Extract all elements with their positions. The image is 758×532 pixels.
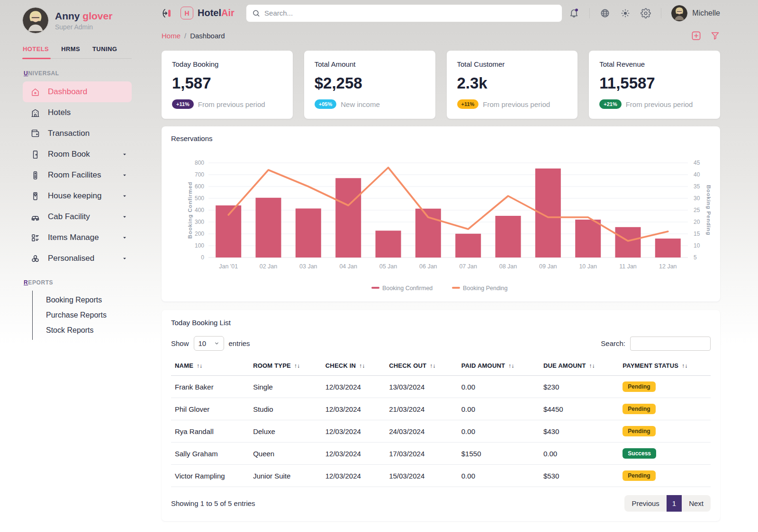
sort-icon: ↑↓ (508, 363, 514, 369)
table-row: Rya Randall Deluxe 12/03/2024 24/03/2024… (171, 420, 711, 443)
sidebar-item-personalised[interactable]: Personalised (23, 248, 132, 269)
column-header-check-in[interactable]: CHECK IN ↑↓ (322, 357, 385, 376)
topbar-icons: Michelle (568, 5, 720, 21)
avatar (23, 8, 48, 33)
profile[interactable]: Anny glover Super Admin (23, 8, 132, 33)
entries-summary: Showing 1 to 5 of 5 entries (171, 499, 255, 507)
search-icon (252, 9, 260, 18)
column-header-payment-status[interactable]: PAYMENT STATUS ↑↓ (619, 357, 711, 376)
svg-text:Booking Pending: Booking Pending (706, 185, 711, 236)
table-search-input[interactable] (630, 337, 711, 351)
previous-page-button[interactable]: Previous (624, 495, 666, 512)
door-tag-icon (30, 191, 40, 201)
stat-title: Total Revenue (599, 60, 710, 68)
table-title: Today Booking List (171, 319, 711, 327)
user-name: Michelle (692, 9, 720, 18)
page-1-button[interactable]: 1 (667, 495, 682, 512)
status-badge: Success (623, 448, 656, 459)
stat-title: Total Customer (457, 60, 568, 68)
sidebar-item-room-book[interactable]: Room Book (23, 144, 132, 165)
stat-value: $2,258 (315, 74, 425, 92)
stat-caption: From previous period (198, 100, 265, 108)
tab-hotels[interactable]: HOTELS (23, 45, 49, 58)
chevron-down-icon (122, 173, 127, 177)
svg-text:11 Jan: 11 Jan (619, 263, 637, 270)
chevron-down-icon (122, 152, 127, 157)
topbar: H HotelAir (162, 0, 720, 26)
sidebar-item-cab-facility[interactable]: Cab Facility (23, 206, 132, 227)
sidebar-item-booking-reports[interactable]: Booking Reports (33, 293, 132, 308)
entries-select[interactable]: 10 (194, 336, 224, 351)
stat-card-today-booking: Today Booking 1,587 +11% From previous p… (162, 51, 293, 119)
status-badge: Pending (623, 404, 655, 414)
svg-text:800: 800 (195, 160, 204, 166)
reports-list: Booking Reports Purchase Reports Stock R… (32, 291, 132, 340)
remote-icon (30, 170, 40, 180)
sidebar-item-transaction[interactable]: Transaction (23, 123, 132, 144)
svg-text:35: 35 (694, 183, 700, 190)
settings-gear-icon[interactable] (641, 8, 651, 18)
profile-role: Super Admin (55, 23, 112, 31)
filter-funnel-icon[interactable] (710, 31, 720, 41)
stat-badge: +11% (457, 99, 479, 109)
stat-value: 11,5587 (599, 74, 710, 92)
sort-icon: ↑↓ (197, 363, 202, 369)
reservations-chart-card: Reservations 010020030040050060070080051… (162, 126, 720, 301)
entries-label: entries (229, 339, 250, 347)
sidebar-item-stock-reports[interactable]: Stock Reports (33, 323, 132, 338)
svg-text:0: 0 (201, 254, 204, 261)
column-header-room-type[interactable]: ROOM TYPE ↑↓ (249, 357, 322, 376)
svg-text:600: 600 (195, 183, 204, 190)
language-globe-icon[interactable] (600, 8, 610, 18)
svg-text:5: 5 (694, 254, 697, 261)
stat-caption: From previous period (626, 100, 693, 108)
sidebar-item-dashboard[interactable]: Dashboard (23, 81, 132, 102)
sidebar-item-items-manage[interactable]: Items Manage (23, 227, 132, 248)
status-badge: Pending (623, 381, 655, 392)
svg-text:09 Jan: 09 Jan (539, 263, 557, 270)
divider (589, 8, 590, 18)
stat-card-total-revenue: Total Revenue 11,5587 +21% From previous… (589, 51, 720, 119)
global-search (246, 4, 562, 22)
chevron-down-icon (122, 194, 127, 198)
sidebar-item-purchase-reports[interactable]: Purchase Reports (33, 308, 132, 323)
tab-tuning[interactable]: TUNING (92, 45, 117, 58)
breadcrumb-home-link[interactable]: Home (162, 32, 180, 40)
svg-text:10: 10 (694, 242, 700, 249)
stats-cards: Today Booking 1,587 +11% From previous p… (162, 51, 720, 119)
stat-title: Today Booking (172, 60, 282, 68)
sort-icon: ↑↓ (589, 363, 595, 369)
sidebar-item-hotels[interactable]: Hotels (23, 102, 132, 123)
main-content: H HotelAir (142, 0, 758, 521)
notifications-bell-icon[interactable] (568, 8, 579, 18)
next-page-button[interactable]: Next (682, 495, 711, 512)
reservations-chart: 0100200300400500600700800510152025303540… (171, 153, 711, 293)
stat-badge: +21% (599, 99, 621, 109)
sidebar-item-room-facilites[interactable]: Room Facilites (23, 165, 132, 186)
column-header-check-out[interactable]: CHECK OUT ↑↓ (385, 357, 458, 376)
sidebar-item-house-keeping[interactable]: House keeping (23, 186, 132, 206)
column-header-paid-amount[interactable]: PAID AMOUNT ↑↓ (458, 357, 540, 376)
car-icon (30, 212, 40, 222)
user-menu[interactable]: Michelle (671, 5, 720, 21)
svg-text:100: 100 (195, 242, 204, 249)
stat-value: 1,587 (172, 74, 282, 92)
logo-icon: H (180, 7, 193, 19)
column-header-name[interactable]: NAME ↑↓ (171, 357, 249, 376)
search-input[interactable] (264, 9, 556, 17)
svg-text:12 Jan: 12 Jan (659, 263, 677, 270)
tab-hrms[interactable]: HRMS (61, 45, 80, 58)
add-icon[interactable] (691, 30, 702, 41)
chevron-down-icon (214, 341, 219, 346)
svg-text:05 Jan: 05 Jan (379, 263, 397, 270)
svg-text:45: 45 (694, 160, 700, 166)
svg-text:Jan '01: Jan '01 (219, 263, 238, 270)
svg-text:500: 500 (195, 195, 204, 202)
svg-text:15: 15 (694, 231, 700, 237)
sidebar-toggle-icon[interactable] (162, 7, 174, 19)
chevron-down-icon (122, 235, 127, 240)
theme-sun-icon[interactable] (620, 8, 631, 18)
sort-icon: ↑↓ (294, 363, 300, 369)
column-header-due-amount[interactable]: DUE AMOUNT ↑↓ (540, 357, 619, 376)
svg-text:20: 20 (694, 219, 700, 225)
